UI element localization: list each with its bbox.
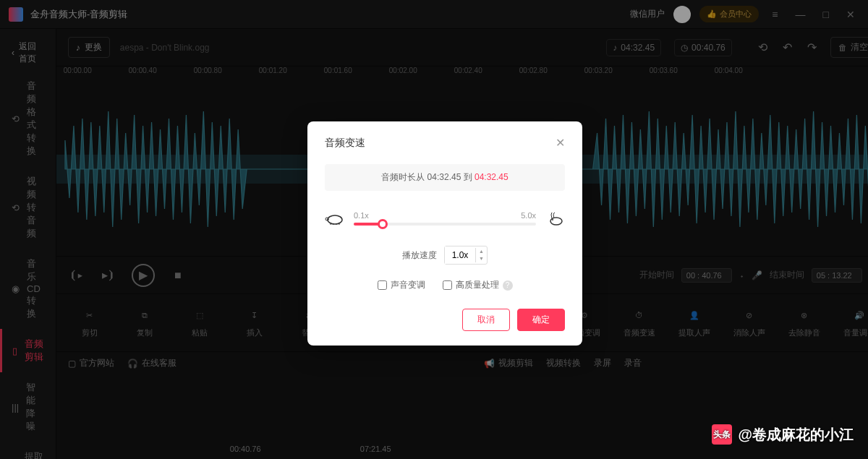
svg-point-4 [552,219,553,220]
speed-dialog: 音频变速 ✕ 音频时长从 04:32.45 到 04:32.45 0.1x5.0… [307,121,582,346]
help-icon[interactable]: ? [503,280,513,291]
cancel-button[interactable]: 取消 [462,309,510,331]
spinner-up-icon[interactable]: ▲ [476,248,487,255]
watermark: 头条 @卷成麻花的小江 [712,424,854,445]
svg-point-3 [550,218,562,225]
speed-spinner[interactable]: ▲▼ [444,246,488,265]
speed-slider[interactable]: 0.1x5.0x [354,211,536,226]
svg-point-1 [328,215,342,224]
dialog-title: 音频变速 [325,137,365,150]
watermark-logo-icon: 头条 [712,424,732,445]
dialog-info: 音频时长从 04:32.45 到 04:32.45 [325,164,565,191]
ok-button[interactable]: 确定 [517,309,565,331]
speed-input[interactable] [445,246,475,264]
slider-thumb[interactable] [378,219,388,229]
speed-label: 播放速度 [402,249,437,262]
hq-checkbox[interactable]: 高质量处理? [443,279,513,291]
spinner-down-icon[interactable]: ▼ [476,255,487,262]
pitch-checkbox[interactable]: 声音变调 [378,279,425,291]
dialog-close-icon[interactable]: ✕ [556,136,565,150]
turtle-icon [325,211,345,226]
rabbit-icon [545,211,565,226]
